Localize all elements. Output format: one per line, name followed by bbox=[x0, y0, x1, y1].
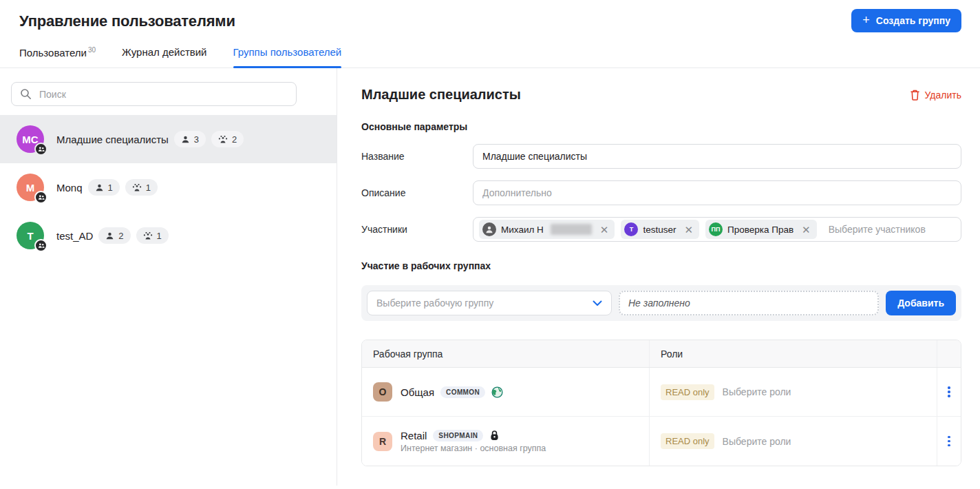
description-label: Описание bbox=[361, 187, 473, 198]
top-bar: Управление пользователями + Создать груп… bbox=[0, 0, 980, 32]
groups-sidebar: МС Младшие специалисты 3 2 M bbox=[0, 68, 337, 486]
members-label: Участники bbox=[361, 224, 473, 235]
group-type-badge-icon bbox=[34, 191, 47, 204]
group-type-badge-icon bbox=[34, 239, 47, 252]
group-avatar: T bbox=[17, 222, 44, 249]
remove-member-icon[interactable]: ✕ bbox=[802, 225, 811, 235]
work-group-tag: SHOPMAIN bbox=[433, 430, 483, 441]
work-group-initial: O bbox=[379, 386, 387, 397]
member-chip: Михаил Н ✕ bbox=[479, 220, 615, 239]
remove-member-icon[interactable]: ✕ bbox=[684, 225, 693, 235]
work-group-avatar: O bbox=[373, 382, 392, 402]
users-count-badge: 3 bbox=[174, 131, 206, 147]
user-group-icon bbox=[218, 135, 228, 144]
trash-icon bbox=[910, 89, 920, 101]
lock-icon bbox=[489, 430, 500, 441]
tab-action-log-label: Журнал действий bbox=[122, 46, 206, 58]
search-input[interactable] bbox=[11, 82, 297, 106]
group-list-item[interactable]: МС Младшие специалисты 3 2 bbox=[0, 115, 337, 163]
roles-empty-label: Не заполнено bbox=[628, 298, 690, 309]
detail-header: Младшие специалисты Удалить bbox=[361, 87, 961, 103]
page-title: Управление пользователями bbox=[19, 12, 235, 30]
kebab-menu-icon[interactable] bbox=[944, 432, 955, 451]
work-group-initial: R bbox=[379, 436, 386, 447]
main-params-section-title: Основные параметры bbox=[361, 121, 961, 132]
group-avatar-initials: M bbox=[26, 182, 35, 194]
delete-group-button[interactable]: Удалить bbox=[910, 89, 961, 101]
group-name: Monq bbox=[56, 182, 83, 194]
member-avatar: ПП bbox=[709, 222, 723, 236]
create-group-label: Создать группу bbox=[876, 15, 950, 26]
row-menu-cell bbox=[937, 417, 961, 466]
work-group-select[interactable]: Выберите рабочую группу bbox=[367, 291, 612, 315]
tab-user-groups-label: Группы пользователей bbox=[233, 46, 342, 58]
tab-users[interactable]: Пользователи30 bbox=[19, 46, 96, 67]
member-name: Проверка Прав bbox=[727, 225, 793, 235]
name-label: Название bbox=[361, 151, 473, 162]
column-header-roles: Роли bbox=[650, 340, 937, 367]
kebab-menu-icon[interactable] bbox=[944, 382, 955, 402]
users-count: 1 bbox=[108, 183, 113, 193]
role-badge: READ only bbox=[661, 433, 714, 449]
member-name: testuser bbox=[643, 225, 676, 235]
search-icon bbox=[20, 88, 32, 100]
subgroups-count: 1 bbox=[146, 183, 151, 193]
delete-group-label: Удалить bbox=[925, 90, 961, 101]
create-group-button[interactable]: + Создать группу bbox=[851, 9, 961, 32]
work-groups-table: Рабочая группа Роли O Общая COMMON bbox=[361, 340, 961, 466]
members-placeholder: Выберите участников bbox=[829, 224, 926, 235]
work-group-name-wrap: Общая COMMON bbox=[401, 386, 503, 398]
role-badge: READ only bbox=[661, 384, 714, 400]
roles-cell[interactable]: READ only Выберите роли bbox=[650, 368, 937, 416]
group-avatar-initials: T bbox=[27, 230, 33, 242]
search-field-wrap bbox=[11, 82, 297, 106]
user-group-icon bbox=[132, 183, 142, 192]
name-form-row: Название bbox=[361, 144, 961, 169]
tab-users-label: Пользователи bbox=[19, 47, 87, 59]
roles-empty-field[interactable]: Не заполнено bbox=[619, 291, 879, 315]
globe-icon bbox=[491, 386, 503, 398]
person-icon bbox=[105, 231, 114, 240]
group-detail-title: Младшие специалисты bbox=[361, 87, 521, 103]
group-name: test_AD bbox=[56, 230, 93, 242]
add-work-group-panel: Выберите рабочую группу Не заполнено Доб… bbox=[361, 285, 961, 321]
add-work-group-button[interactable]: Добавить bbox=[886, 291, 956, 315]
members-form-row: Участники Михаил Н ✕ T testuser ✕ ПП bbox=[361, 217, 961, 242]
group-list-item[interactable]: M Monq 1 1 bbox=[0, 163, 337, 211]
work-group-name: Общая bbox=[401, 386, 434, 398]
work-group-tag: COMMON bbox=[440, 386, 485, 398]
subgroups-count-badge: 1 bbox=[125, 179, 158, 196]
member-avatar bbox=[482, 222, 496, 236]
group-avatar-initials: МС bbox=[22, 134, 38, 145]
column-header-group: Рабочая группа bbox=[362, 340, 650, 367]
group-avatar: МС bbox=[17, 125, 44, 153]
work-group-cell: O Общая COMMON bbox=[362, 368, 650, 416]
work-groups-section-title: Участие в рабочих группах bbox=[361, 260, 961, 271]
roles-placeholder: Выберите роли bbox=[723, 436, 791, 447]
users-count-badge: 2 bbox=[98, 227, 130, 244]
subgroups-count-badge: 2 bbox=[211, 131, 244, 147]
member-avatar: T bbox=[624, 222, 638, 236]
subgroups-count: 1 bbox=[157, 231, 162, 241]
group-avatar: M bbox=[17, 174, 44, 201]
person-icon bbox=[181, 135, 190, 144]
work-group-name-wrap: Retail SHOPMAIN Интернет магазин · основ… bbox=[401, 430, 546, 453]
tab-action-log[interactable]: Журнал действий bbox=[122, 46, 206, 67]
group-description-input[interactable] bbox=[473, 180, 961, 205]
roles-placeholder: Выберите роли bbox=[723, 386, 791, 397]
subgroups-count: 2 bbox=[232, 134, 237, 145]
tab-users-count: 30 bbox=[88, 46, 96, 54]
work-group-subtitle: Интернет магазин · основная группа bbox=[401, 444, 546, 453]
subgroups-count-badge: 1 bbox=[136, 227, 169, 244]
group-name-input[interactable] bbox=[473, 144, 961, 169]
users-count: 3 bbox=[194, 134, 199, 145]
tab-user-groups[interactable]: Группы пользователей bbox=[233, 46, 342, 67]
plus-icon: + bbox=[862, 14, 870, 26]
member-chip: T testuser ✕ bbox=[621, 220, 699, 239]
member-avatar-initials: T bbox=[630, 226, 634, 233]
column-header-menu bbox=[937, 340, 961, 367]
members-input[interactable]: Михаил Н ✕ T testuser ✕ ПП Проверка Прав… bbox=[473, 217, 961, 242]
group-list-item[interactable]: T test_AD 2 1 bbox=[0, 211, 337, 260]
remove-member-icon[interactable]: ✕ bbox=[600, 225, 609, 235]
roles-cell[interactable]: READ only Выберите роли bbox=[650, 417, 937, 466]
